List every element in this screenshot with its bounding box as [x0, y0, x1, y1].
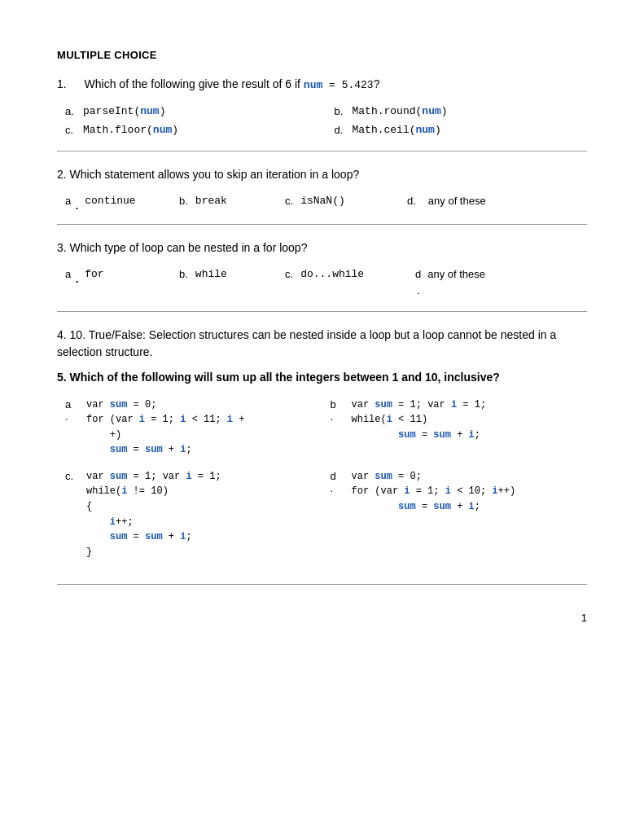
q2-text: 2. Which statement allows you to skip an…	[57, 166, 587, 183]
q5-b-label: b	[331, 397, 344, 410]
question-3: 3. Which type of loop can be nested in a…	[57, 239, 587, 296]
q3-a-code: for	[85, 268, 103, 280]
q1-number: 1.	[57, 77, 67, 90]
q5-number: 5.	[57, 371, 70, 384]
q1-answer-c: c. Math.floor(num)	[65, 124, 318, 136]
q2-body: Which statement allows you to skip an it…	[70, 168, 360, 181]
divider-3	[57, 311, 587, 312]
q3-answer-d: d any of these .	[415, 268, 521, 296]
q3-text: 3. Which type of loop can be nested in a…	[57, 239, 587, 257]
q2-answer-c: c. isNaN()	[285, 195, 407, 207]
q3-b-label: b.	[179, 268, 188, 280]
q2-answers: a . continue b. break c. isNaN() d. any …	[65, 195, 587, 209]
q2-d-label: d.	[407, 195, 416, 207]
q1-result: 6	[285, 77, 291, 90]
q3-number: 3.	[57, 241, 70, 254]
q5-answer-d: d . var sum = 0; for (var i = 1; i < 10;…	[331, 469, 588, 560]
q4-number: 4. 10. True/False: Selection structures …	[57, 328, 556, 358]
q5-answer-a: a . var sum = 0; for (var i = 1; i < 11;…	[65, 397, 322, 458]
q1-answers: a. parseInt(num) b. Math.round(num) c. M…	[65, 105, 587, 136]
q3-b-code: while	[195, 268, 227, 280]
q4-text: 4. 10. True/False: Selection structures …	[57, 327, 587, 361]
q2-b-label: b.	[179, 195, 188, 207]
q1-a-code: parseInt(num)	[83, 105, 165, 117]
divider-1	[57, 151, 587, 151]
q1-b-code: Math.round(num)	[353, 105, 448, 117]
q3-answer-c: c. do...while	[285, 268, 415, 280]
page: MULTIPLE CHOICE 1. Which of the followin…	[0, 0, 644, 648]
divider-2	[57, 224, 587, 225]
q3-answers: a . for b. while c. do...while d any of …	[65, 268, 587, 296]
q1-answer-d: d. Math.ceil(num)	[335, 124, 588, 136]
q3-d-dot: .	[417, 284, 420, 296]
q5-answer-c: c. var sum = 1; var i = 1; while(i != 10…	[65, 469, 322, 560]
q1-d-code: Math.ceil(num)	[353, 124, 441, 136]
q3-a-dot: .	[75, 270, 79, 285]
q5-c-label: c.	[65, 469, 78, 482]
q2-c-code: isNaN()	[300, 195, 345, 207]
q1-equals: = 5.423	[322, 79, 373, 91]
q5-text: 5. Which of the following will sum up al…	[57, 369, 587, 386]
q1-qmark: ?	[374, 77, 380, 90]
q2-a-label: a	[65, 195, 71, 207]
q1-c-label: c.	[65, 124, 78, 136]
q5-d-code: var sum = 0; for (var i = 1; i < 10; i++…	[352, 469, 516, 515]
q5-body: Which of the following will sum up all t…	[70, 371, 500, 384]
q5-b-code: var sum = 1; var i = 1; while(i < 11) su…	[352, 397, 487, 443]
q2-answer-b: b. break	[179, 195, 285, 207]
q1-text-before: Which of the following give the result o…	[85, 77, 286, 90]
section-header: MULTIPLE CHOICE	[57, 49, 587, 61]
q5-a-dot: .	[65, 410, 68, 423]
question-2: 2. Which statement allows you to skip an…	[57, 166, 587, 209]
q3-c-code: do...while	[300, 268, 364, 280]
q5-answer-b: b . var sum = 1; var i = 1; while(i < 11…	[331, 397, 588, 458]
q5-d-label: d	[331, 469, 344, 482]
q2-a-code: continue	[85, 195, 135, 207]
q2-d-text: any of these	[428, 195, 486, 207]
q3-answer-b: b. while	[179, 268, 285, 280]
q5-answers: a . var sum = 0; for (var i = 1; i < 11;…	[65, 397, 587, 560]
q3-d-text: any of these	[427, 268, 485, 280]
q1-text-if: if	[291, 77, 304, 90]
q5-d-dot: .	[331, 482, 334, 494]
q5-a-label: a	[65, 397, 78, 410]
q3-c-label: c.	[285, 268, 293, 280]
q1-answer-b: b. Math.round(num)	[335, 105, 588, 117]
q2-c-label: c.	[285, 195, 293, 207]
q1-b-label: b.	[335, 105, 348, 117]
q5-a-code: var sum = 0; for (var i = 1; i < 11; i +…	[86, 397, 244, 458]
q5-b-dot: .	[331, 410, 334, 423]
q3-answer-a: a . for	[65, 268, 179, 283]
page-number: 1	[581, 612, 587, 624]
q1-text: 1. Which of the following give the resul…	[57, 76, 587, 94]
q2-number: 2.	[57, 168, 70, 181]
q2-b-code: break	[195, 195, 227, 207]
question-4: 4. 10. True/False: Selection structures …	[57, 327, 587, 361]
q1-answer-a: a. parseInt(num)	[65, 105, 318, 117]
q1-d-label: d.	[335, 124, 348, 136]
question-1: 1. Which of the following give the resul…	[57, 76, 587, 136]
q3-a-label: a	[65, 268, 71, 280]
q5-c-code: var sum = 1; var i = 1; while(i != 10) {…	[86, 469, 221, 560]
question-5: 5. Which of the following will sum up al…	[57, 369, 587, 560]
q1-c-code: Math.floor(num)	[83, 124, 178, 136]
q2-a-dot: .	[75, 197, 79, 212]
q2-answer-d: d. any of these	[407, 195, 513, 207]
q1-var: num	[304, 79, 322, 91]
q2-answer-a: a . continue	[65, 195, 179, 209]
divider-4	[57, 584, 587, 585]
q1-a-label: a.	[65, 105, 78, 117]
q3-d-label: d	[415, 268, 421, 280]
q3-body: Which type of loop can be nested in a fo…	[70, 241, 308, 254]
